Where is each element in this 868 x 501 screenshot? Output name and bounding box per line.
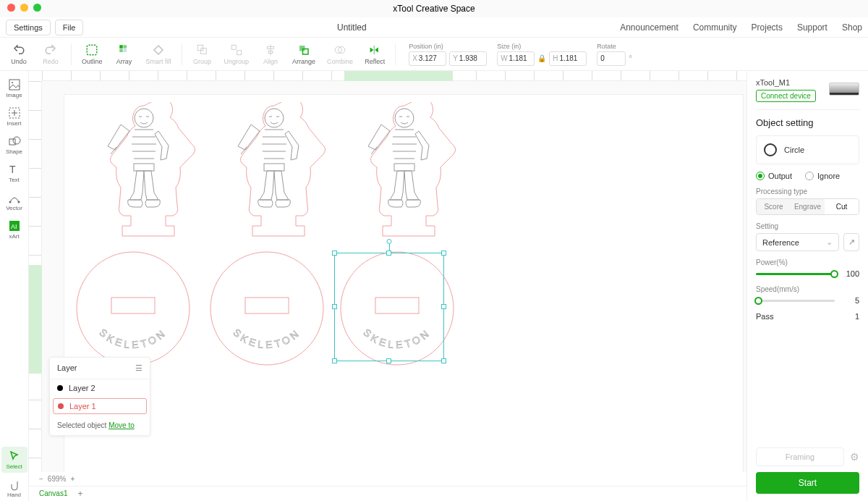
reflect-button[interactable]: Reflect [360,42,389,67]
gear-icon[interactable]: ⚙ [850,451,859,463]
zoom-value: 699% [48,475,67,483]
ignore-radio[interactable]: Ignore [805,172,840,180]
insert-tool[interactable]: Insert [1,104,27,130]
rotate-input[interactable]: 0 [597,51,626,66]
reference-dropdown[interactable]: Reference⌄ [756,233,839,251]
layer-row[interactable]: Layer 1 [53,398,147,414]
cut-tab[interactable]: Cut [825,199,859,214]
image-tool[interactable]: Image [1,75,27,101]
text-tool[interactable]: TText [1,160,27,186]
connect-device-button[interactable]: Connect device [756,90,816,102]
layer-options-icon[interactable]: ☰ [135,363,142,373]
vector-tool[interactable]: Vector [1,188,27,214]
rotate-group: Rotate 0 ° [597,43,632,66]
link-announcement[interactable]: Announcement [620,22,678,33]
svg-point-17 [12,82,13,83]
resize-handle[interactable] [332,250,337,256]
resize-handle[interactable] [386,250,391,256]
svg-text:AI: AI [11,223,17,230]
resize-handle[interactable] [386,358,391,363]
power-slider[interactable] [756,273,835,275]
file-menu[interactable]: File [55,20,84,35]
group-button[interactable]: Group [188,42,217,67]
select-tool[interactable]: Select [1,447,27,473]
zoom-in[interactable]: + [70,475,75,483]
rotate-handle[interactable] [387,239,392,244]
svg-point-24 [9,201,11,203]
minimize-window-button[interactable] [20,4,28,12]
ruler-horizontal [42,71,746,81]
resize-handle[interactable] [441,250,446,256]
artboard: SKELETON [64,94,744,472]
design-object[interactable] [216,102,332,249]
resize-handle[interactable] [332,304,337,309]
array-button[interactable]: Array [110,42,139,67]
svg-point-22 [13,137,20,144]
lock-icon[interactable]: 🔒 [537,54,546,62]
outline-button[interactable]: Outline [77,42,107,67]
resize-handle[interactable] [441,358,446,363]
vector-icon [8,191,21,204]
design-object[interactable] [346,102,462,249]
selection-box[interactable] [334,253,444,361]
canvas-tab[interactable]: Canvas1 [35,488,72,499]
link-shop[interactable]: Shop [842,22,862,33]
framing-button[interactable]: Framing [756,447,844,466]
array-icon [118,43,131,56]
right-panel: xTool_M1 Connect device Object setting C… [746,71,868,501]
settings-menu[interactable]: Settings [6,20,51,35]
svg-rect-5 [197,45,203,51]
close-window-button[interactable] [7,4,15,12]
design-object[interactable] [72,247,195,372]
output-radio[interactable]: Output [756,172,792,180]
canvas[interactable]: SKELETON [42,81,746,472]
svg-rect-3 [119,49,123,52]
undo-button[interactable]: Undo [4,42,33,67]
resize-handle[interactable] [441,304,446,309]
ungroup-button[interactable]: Ungroup [220,42,254,67]
group-icon [196,43,209,56]
speed-value: 5 [841,296,859,305]
layer-row[interactable]: Layer 2 [50,379,150,397]
link-projects[interactable]: Projects [752,22,783,33]
redo-icon [44,43,57,56]
design-object[interactable] [205,247,328,372]
pass-label: Pass [756,312,773,321]
xart-tool[interactable]: AIxArt [1,216,27,243]
chevron-down-icon: ⌄ [826,237,833,247]
y-input[interactable]: Y1.938 [449,51,487,66]
w-input[interactable]: W1.181 [497,51,535,66]
resize-handle[interactable] [332,358,337,363]
link-community[interactable]: Community [693,22,737,33]
select-icon [8,450,21,463]
h-input[interactable]: H1.181 [549,51,587,66]
shape-icon [8,135,21,148]
maximize-window-button[interactable] [33,4,41,12]
zoom-out[interactable]: − [39,475,43,483]
ruler-vertical [29,81,42,472]
arrange-button[interactable]: Arrange [288,42,320,67]
layer-panel: Layer ☰ Layer 2 Layer 1 Selected object … [49,357,150,436]
arrange-icon [297,43,310,56]
align-button[interactable]: Align [256,42,285,67]
link-support[interactable]: Support [797,22,827,33]
start-button[interactable]: Start [756,472,859,494]
outline-icon [85,43,98,56]
svg-rect-6 [200,48,206,54]
score-tab[interactable]: Score [757,199,791,214]
x-input[interactable]: X3.127 [409,51,446,66]
settings-library-button[interactable]: ↗ [843,233,859,251]
hand-icon [8,478,21,491]
design-object[interactable] [86,102,202,249]
titlebar: xTool Creative Space [0,0,868,17]
smartfill-button[interactable]: Smart fill [142,42,176,67]
moveto-link[interactable]: Move to [109,421,135,429]
hand-tool[interactable]: Hand [1,475,27,501]
add-canvas-button[interactable]: + [77,489,82,499]
redo-button[interactable]: Redo [36,42,65,67]
shape-tool[interactable]: Shape [1,132,27,158]
speed-slider[interactable] [756,300,835,302]
combine-button[interactable]: Combine [323,42,357,67]
engrave-tab[interactable]: Engrave [791,199,825,214]
image-icon [8,78,21,91]
